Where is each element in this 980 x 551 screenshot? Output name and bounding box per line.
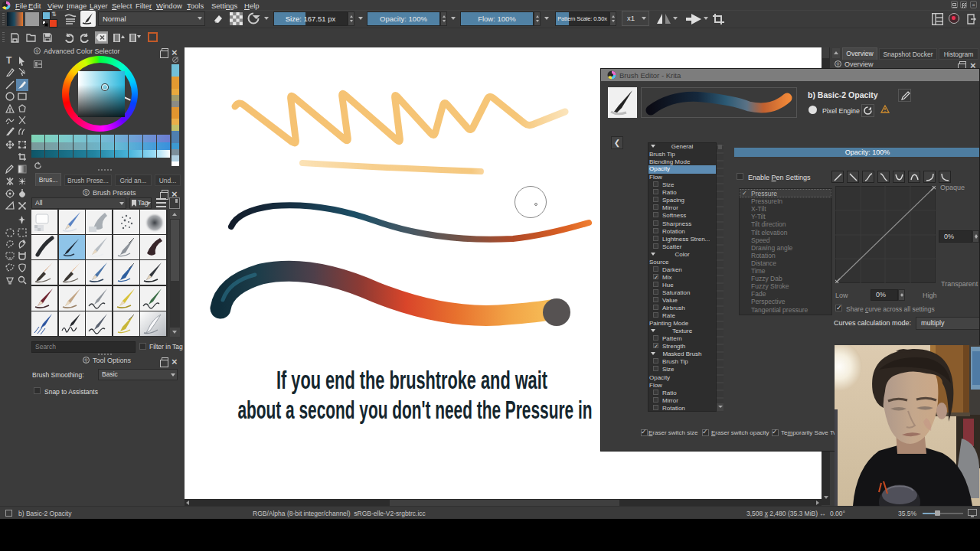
svg-text:If you end the brushtroke and: If you end the brushtroke and wait <box>276 366 547 394</box>
svg-text:about a second you don't need: about a second you don't need the Pressu… <box>238 396 593 424</box>
